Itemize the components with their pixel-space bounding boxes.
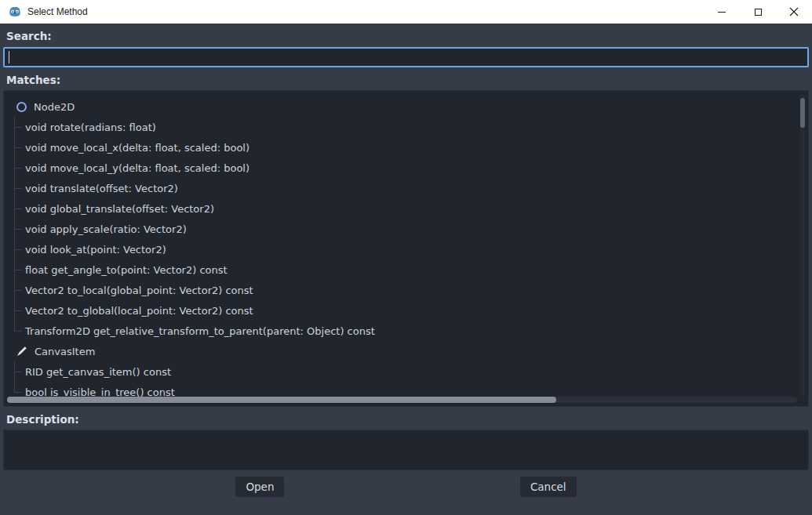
tree-row[interactable]: void look_at(point: Vector2)	[4, 239, 808, 259]
text-caret	[9, 51, 9, 63]
tree-row-label: void apply_scale(ratio: Vector2)	[25, 223, 187, 235]
tree-row-label: Transform2D get_relative_transform_to_pa…	[25, 325, 375, 337]
tree-row-label: void rotate(radians: float)	[25, 121, 156, 133]
tree-row-label: float get_angle_to(point: Vector2) const	[25, 264, 228, 276]
vertical-scrollbar-track[interactable]	[800, 94, 805, 397]
titlebar: Select Method	[0, 0, 812, 24]
tree-row[interactable]: Node2D	[4, 96, 808, 117]
tree-row-label: CanvasItem	[35, 346, 95, 357]
close-button[interactable]	[776, 0, 812, 24]
minimize-button[interactable]	[704, 0, 740, 24]
node2d-icon	[16, 102, 27, 112]
description-label: Description:	[6, 413, 812, 426]
open-button[interactable]: Open	[235, 477, 284, 497]
tree-row-label: void move_local_x(delta: float, scaled: …	[25, 142, 249, 154]
godot-logo-icon	[8, 5, 22, 19]
tree-row-label: Vector2 to_global(local_point: Vector2) …	[25, 305, 253, 317]
description-box	[3, 430, 809, 470]
dialog-buttons: Open Cancel	[0, 477, 812, 497]
matches-label: Matches:	[6, 74, 812, 86]
tree-rows: Node2D void rotate(radians: float) void …	[4, 91, 808, 402]
tree-row[interactable]: void move_local_y(delta: float, scaled: …	[4, 158, 808, 178]
tree-row[interactable]: void apply_scale(ratio: Vector2)	[4, 219, 808, 239]
cancel-button[interactable]: Cancel	[520, 477, 577, 497]
tree-row[interactable]: void rotate(radians: float)	[4, 117, 808, 137]
tree-row[interactable]: CanvasItem	[4, 341, 808, 361]
select-method-dialog: Select Method Search: Matches: Node2D vo…	[0, 0, 812, 515]
dialog-content: Search: Matches: Node2D void rotate(radi…	[0, 24, 812, 515]
tree-row-label: RID get_canvas_item() const	[25, 366, 171, 378]
search-input[interactable]	[3, 47, 809, 67]
close-icon	[789, 7, 799, 16]
tree-row-label: void move_local_y(delta: float, scaled: …	[25, 162, 249, 174]
search-label: Search:	[6, 30, 812, 42]
window-title: Select Method	[27, 6, 88, 17]
tree-row-label: Node2D	[34, 101, 75, 113]
tree-row[interactable]: Vector2 to_local(global_point: Vector2) …	[4, 280, 808, 300]
minimize-icon	[718, 12, 726, 13]
tree-row[interactable]: void move_local_x(delta: float, scaled: …	[4, 137, 808, 158]
canvasitem-icon	[16, 346, 27, 357]
search-field-wrap	[3, 47, 809, 67]
tree-row-label: void global_translate(offset: Vector2)	[25, 203, 214, 215]
vertical-scrollbar-thumb[interactable]	[800, 98, 805, 128]
matches-tree: Node2D void rotate(radians: float) void …	[3, 90, 809, 407]
tree-row[interactable]: void translate(offset: Vector2)	[4, 178, 808, 198]
tree-row[interactable]: Transform2D get_relative_transform_to_pa…	[4, 321, 808, 341]
maximize-icon	[755, 9, 762, 16]
tree-row[interactable]: float get_angle_to(point: Vector2) const	[4, 259, 808, 280]
tree-row-label: void look_at(point: Vector2)	[25, 244, 166, 256]
tree-row-label: Vector2 to_local(global_point: Vector2) …	[25, 285, 253, 296]
tree-row-label: void translate(offset: Vector2)	[25, 183, 178, 194]
tree-row[interactable]: Vector2 to_global(local_point: Vector2) …	[4, 300, 808, 321]
horizontal-scrollbar-thumb[interactable]	[7, 397, 556, 403]
maximize-button[interactable]	[740, 0, 776, 24]
tree-row[interactable]: void global_translate(offset: Vector2)	[4, 198, 808, 219]
tree-row[interactable]: RID get_canvas_item() const	[4, 361, 808, 382]
